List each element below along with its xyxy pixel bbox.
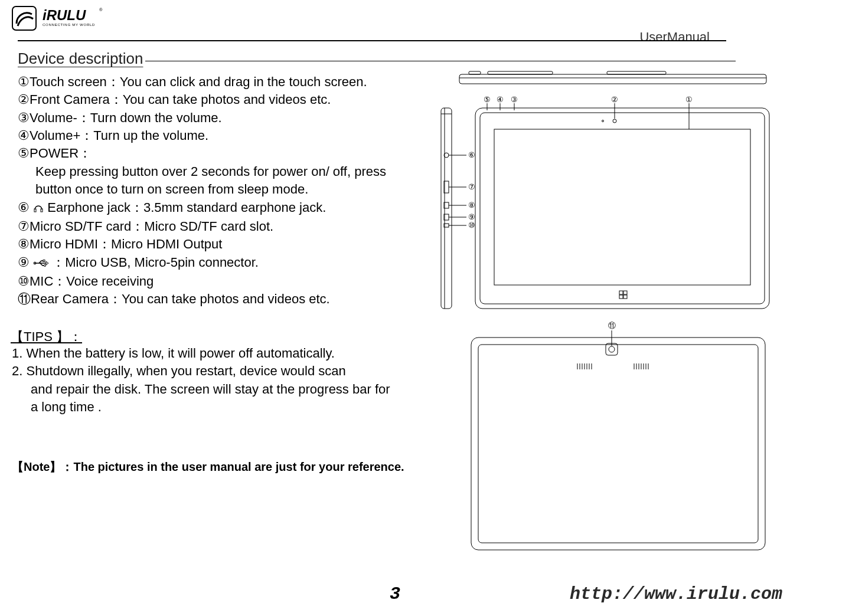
feature-2: ②Front Camera：You can take photos and vi… — [18, 91, 407, 109]
section-heading: Device description — [18, 50, 726, 68]
svg-point-9 — [44, 264, 46, 266]
svg-rect-13 — [488, 71, 553, 74]
svg-point-38 — [602, 120, 604, 122]
svg-rect-40 — [623, 291, 627, 294]
tip-2-line1: 2. Shutdown illegally, when you restart,… — [12, 363, 346, 378]
feature-1: ①Touch screen：You can click and drag in … — [18, 73, 407, 91]
svg-text:®: ® — [99, 6, 103, 12]
feature-4: ④Volume+：Turn up the volume. — [18, 127, 407, 145]
device-back-diagram: ⑪ — [471, 329, 765, 553]
speaker-left-icon — [577, 363, 592, 369]
svg-text:⑩: ⑩ — [468, 221, 475, 230]
svg-text:⑧: ⑧ — [468, 201, 475, 209]
tips-body: 1. When the battery is low, it will powe… — [12, 345, 401, 416]
earphone-icon — [33, 200, 44, 218]
feature-7: ⑦Micro SD/TF card：Micro SD/TF card slot. — [18, 218, 407, 235]
svg-rect-56 — [478, 345, 758, 543]
speaker-right-icon — [634, 363, 648, 369]
feature-10: ⑩MIC：Voice receiving — [18, 273, 407, 290]
svg-rect-14 — [607, 71, 666, 74]
feature-5: ⑤POWER： — [18, 145, 407, 162]
svg-rect-41 — [619, 295, 623, 299]
svg-text:②: ② — [611, 95, 618, 104]
svg-text:CONNECTING MY WORLD: CONNECTING MY WORLD — [43, 23, 95, 27]
svg-text:⑪: ⑪ — [608, 321, 616, 330]
feature-3: ③Volume-：Turn down the volume. — [18, 109, 407, 127]
svg-text:⑥: ⑥ — [468, 150, 475, 159]
logo-mark-icon — [12, 6, 37, 31]
feature-list: ①Touch screen：You can click and drag in … — [18, 73, 407, 309]
svg-text:⑤: ⑤ — [484, 95, 491, 104]
note-line: 【Note】：The pictures in the user manual a… — [12, 459, 413, 475]
svg-point-58 — [609, 346, 615, 352]
svg-point-37 — [613, 119, 616, 123]
feature-5-line2: button once to turn on screen from sleep… — [18, 181, 407, 198]
svg-rect-11 — [459, 74, 766, 84]
tip-1: 1. When the battery is low, it will powe… — [12, 346, 335, 361]
svg-text:⑨: ⑨ — [468, 212, 475, 221]
logo-wordmark: iRULU CONNECTING MY WORLD ® — [43, 6, 131, 31]
svg-text:⑦: ⑦ — [468, 182, 475, 191]
feature-11: ⑪Rear Camera：You can take photos and vid… — [18, 290, 407, 308]
page-number: 3 — [390, 584, 400, 604]
svg-rect-12 — [469, 71, 481, 74]
svg-text:iRULU: iRULU — [43, 6, 86, 22]
device-front-diagram: ⑥ ⑦ ⑧ ⑨ ⑩ ⑤ ④ ③ — [440, 97, 770, 316]
tips-heading: 【TIPS 】： — [11, 328, 82, 346]
header-divider — [18, 40, 726, 41]
tip-2-line2: and repair the disk. The screen will sta… — [12, 381, 401, 398]
feature-5-line1: Keep pressing button over 2 seconds for … — [18, 163, 407, 181]
svg-rect-8 — [43, 260, 45, 261]
svg-rect-36 — [494, 129, 750, 285]
svg-text:④: ④ — [497, 95, 504, 104]
footer-url: http://www.irulu.com — [570, 584, 782, 604]
svg-rect-55 — [471, 338, 765, 550]
svg-rect-34 — [475, 108, 769, 309]
svg-text:③: ③ — [511, 95, 518, 104]
feature-6: ⑥ Earphone jack：3.5mm standard earphone … — [18, 199, 407, 218]
doc-title: UserManual — [639, 30, 710, 45]
feature-8: ⑧Micro HDMI：Micro HDMI Output — [18, 235, 407, 253]
usb-icon — [33, 255, 48, 273]
tip-2-line3: a long time . — [12, 398, 401, 416]
svg-rect-42 — [623, 295, 627, 299]
svg-text:①: ① — [685, 95, 693, 104]
device-top-edge-diagram — [459, 70, 766, 92]
brand-logo: iRULU CONNECTING MY WORLD ® — [12, 6, 850, 31]
svg-rect-39 — [619, 291, 623, 294]
feature-9: ⑨ ：Micro USB, Micro-5pin connector. — [18, 254, 407, 273]
svg-rect-35 — [480, 113, 765, 304]
svg-marker-10 — [46, 261, 48, 265]
